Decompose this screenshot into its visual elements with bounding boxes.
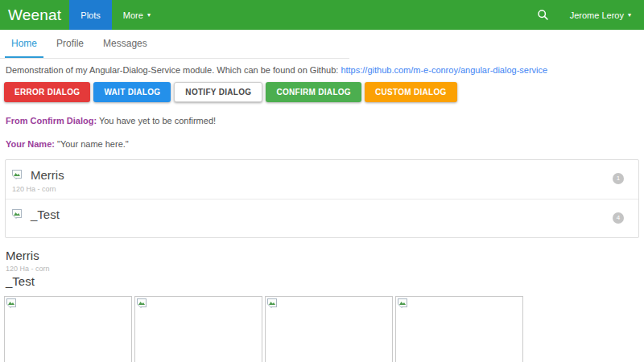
plot-row-header: Merris [12,168,606,182]
detail-title-test: _Test [6,274,638,288]
plot-count-badge: 1 [613,173,624,184]
search-button[interactable] [527,0,559,30]
plot-subtitle: 120 Ha - corn [12,185,606,193]
wait-dialog-button[interactable]: WAIT DIALOG [93,82,171,102]
error-dialog-button[interactable]: ERROR DIALOG [4,82,90,102]
tab-messages[interactable]: Messages [97,30,154,58]
plot-title: _Test [31,208,60,221]
broken-image-icon [12,209,23,220]
confirm-dialog-result: From Confirm Dialog: You have yet to be … [0,116,644,125]
message-label: Your Name: [6,139,55,149]
navbar-spacer [162,0,527,30]
notify-dialog-button[interactable]: NOTIFY DIALOG [174,82,262,102]
github-link[interactable]: https://github.com/m-e-conroy/angular-di… [341,65,547,75]
plot-details: Merris 120 Ha - corn _Test [0,238,644,288]
plot-list-card: Merris 120 Ha - corn 1 _Test 4 [5,159,639,238]
nav-item-more[interactable]: More ▾ [112,0,162,30]
caret-down-icon: ▾ [628,12,631,19]
plot-thumbnail[interactable] [4,296,132,362]
plot-row-header: _Test [12,208,606,221]
your-name-result: Your Name: "Your name here." [0,139,644,149]
nav-item-label: Plots [80,10,100,20]
tab-bar: Home Profile Messages [0,30,349,59]
user-name: Jerome Leroy [570,10,624,20]
brand-logo[interactable]: Weenat [0,0,69,30]
page: Weenat Plots More ▾ Jerome Leroy ▾ Home … [0,0,644,362]
nav-item-label: More [123,10,143,20]
message-text: You have yet to be confirmed! [99,116,216,125]
confirm-dialog-button[interactable]: CONFIRM DIALOG [266,82,361,102]
broken-image-icon [12,170,23,180]
broken-image-icon [398,298,408,309]
message-label: From Confirm Dialog: [6,116,97,125]
dialog-button-row: ERROR DIALOG WAIT DIALOG NOTIFY DIALOG C… [0,75,644,102]
message-text: "Your name here." [57,139,129,149]
intro-text: Demonstration of my Angular-Dialog-Servi… [0,59,644,75]
search-icon [537,9,549,21]
plot-list-item-test[interactable]: _Test 4 [6,199,638,237]
custom-dialog-button[interactable]: CUSTOM DIALOG [365,82,457,102]
thumbnail-row [0,288,644,362]
detail-subtitle-merris: 120 Ha - corn [6,265,638,273]
broken-image-icon [137,298,147,309]
plot-count-badge: 4 [613,212,624,224]
plot-title: Merris [31,168,64,182]
plot-thumbnail[interactable] [395,296,523,362]
plot-thumbnail[interactable] [265,296,393,362]
nav-item-plots[interactable]: Plots [69,0,111,30]
broken-image-icon [267,298,278,309]
tab-home[interactable]: Home [5,30,43,58]
detail-title-merris: Merris [6,249,638,262]
broken-image-icon [6,298,17,309]
user-menu[interactable]: Jerome Leroy ▾ [559,0,644,30]
plot-list-item-merris[interactable]: Merris 120 Ha - corn 1 [6,160,638,199]
plot-thumbnail[interactable] [134,296,262,362]
caret-down-icon: ▾ [147,12,151,19]
tab-profile[interactable]: Profile [50,30,90,58]
intro-description: Demonstration of my Angular-Dialog-Servi… [6,65,338,75]
navbar: Weenat Plots More ▾ Jerome Leroy ▾ [0,0,644,30]
